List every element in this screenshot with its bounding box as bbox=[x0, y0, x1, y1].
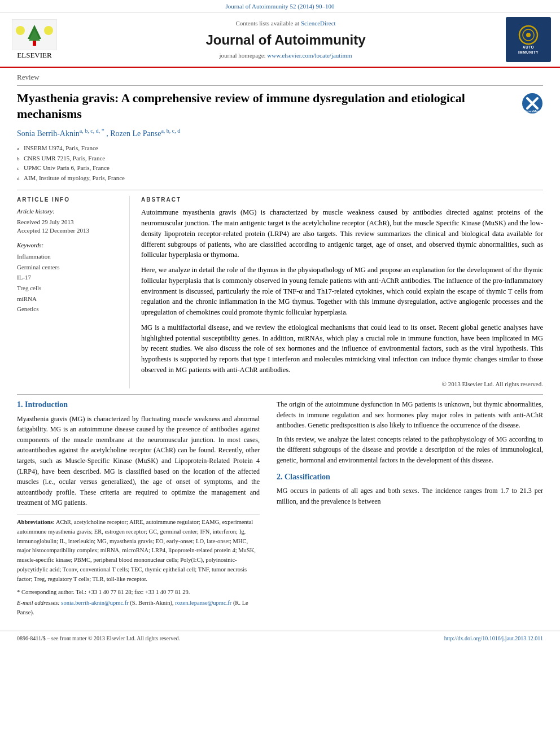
journal-center: Contents lists available at ScienceDirec… bbox=[65, 19, 506, 60]
keyword-genetics: Genetics bbox=[17, 304, 124, 314]
journal-logo-right: AUTO IMMUNITY bbox=[506, 17, 551, 62]
bottom-bar: 0896-8411/$ – see front matter © 2013 El… bbox=[0, 631, 560, 646]
body-right-col: The origin of the autoimmune dysfunction… bbox=[277, 399, 543, 619]
body-left-col: 1. Introduction Myasthenia gravis (MG) i… bbox=[17, 399, 265, 619]
svg-text:CrossMark: CrossMark bbox=[523, 110, 541, 113]
abstract-text: Autoimmune myasthenia gravis (MG) is cha… bbox=[141, 207, 543, 375]
intro-text: Myasthenia gravis (MG) is characterized … bbox=[17, 414, 260, 508]
keyword-il17: IL-17 bbox=[17, 272, 124, 283]
intro-heading: 1. Introduction bbox=[17, 399, 260, 410]
intro-right-text: The origin of the autoimmune dysfunction… bbox=[277, 399, 543, 466]
autoimmunity-logo-icon: AUTO IMMUNITY bbox=[508, 19, 549, 60]
abbreviations-block: Abbreviations: AChR, acetylcholine recep… bbox=[17, 518, 260, 584]
abstract-col: ABSTRACT Autoimmune myasthenia gravis (M… bbox=[141, 196, 543, 388]
keyword-mirna: miRNA bbox=[17, 294, 124, 304]
sciencedirect-line: Contents lists available at ScienceDirec… bbox=[65, 19, 506, 28]
body-section: 1. Introduction Myasthenia gravis (MG) i… bbox=[17, 394, 543, 619]
article-info-abstract: ARTICLE INFO Article history: Received 2… bbox=[17, 190, 543, 388]
journal-title: Journal of Autoimmunity bbox=[65, 30, 506, 50]
svg-text:AUTO: AUTO bbox=[523, 45, 534, 49]
classification-text: MG occurs in patients of all ages and bo… bbox=[277, 486, 543, 506]
corresponding-note: * Corresponding author. Tel.: +33 1 40 7… bbox=[17, 588, 260, 597]
received-date: Received 29 July 2013 bbox=[17, 218, 124, 226]
body-two-col: 1. Introduction Myasthenia gravis (MG) i… bbox=[17, 399, 543, 619]
authors-separator: , Rozen Le Panse bbox=[106, 129, 161, 137]
affiliation-c: cUPMC Univ Paris 6, Paris, France bbox=[17, 163, 543, 173]
keyword-inflammation: Inflammation bbox=[17, 251, 124, 262]
keywords-block: Keywords: Inflammation Germinal centers … bbox=[17, 241, 124, 315]
article-title-text: Myasthenia gravis: A comprehensive revie… bbox=[17, 90, 515, 123]
crossmark-icon: CrossMark bbox=[522, 93, 543, 114]
abstract-para-3: MG is a multifactorial disease, and we r… bbox=[141, 322, 543, 375]
journal-homepage-line: journal homepage: www.elsevier.com/locat… bbox=[65, 51, 506, 60]
article-history-block: Article history: Received 29 July 2013 A… bbox=[17, 207, 124, 235]
author1-name: Sonia Berrih-Aknin bbox=[17, 129, 80, 137]
sciencedirect-link[interactable]: ScienceDirect bbox=[301, 20, 336, 27]
elsevier-logo-icon bbox=[12, 19, 57, 50]
affiliation-d: dAIM, Institute of myology, Paris, Franc… bbox=[17, 173, 543, 184]
elsevier-brand-text: ELSEVIER bbox=[17, 50, 51, 60]
elsevier-logo-area: ELSEVIER bbox=[9, 19, 60, 60]
svg-point-5 bbox=[44, 26, 53, 35]
abstract-para-2: Here, we analyze in detail the role of t… bbox=[141, 265, 543, 318]
issn-text: 0896-8411/$ – see front matter © 2013 El… bbox=[17, 635, 180, 643]
svg-point-9 bbox=[526, 33, 531, 37]
article-type: Review bbox=[17, 68, 543, 85]
authors-line: Sonia Berrih-Aknina, b, c, d, * , Rozen … bbox=[17, 127, 543, 139]
abstract-copyright: © 2013 Elsevier Ltd. All rights reserved… bbox=[141, 380, 543, 388]
keyword-treg: Treg cells bbox=[17, 283, 124, 294]
svg-text:IMMUNITY: IMMUNITY bbox=[518, 50, 539, 54]
keywords-label: Keywords: bbox=[17, 241, 124, 250]
homepage-url[interactable]: www.elsevier.com/locate/jautimm bbox=[267, 52, 352, 59]
history-label: Article history: bbox=[17, 207, 124, 216]
author2-sup: a, b, c, d bbox=[161, 128, 180, 134]
doi-link[interactable]: http://dx.doi.org/10.1016/j.jaut.2013.12… bbox=[444, 635, 543, 643]
journal-citation-bar: Journal of Autoimmunity 52 (2014) 90–100 bbox=[0, 0, 560, 12]
affiliation-a: aINSERM U974, Paris, France bbox=[17, 143, 543, 154]
abbreviations-text: AChR, acetylcholine receptor; AIRE, auto… bbox=[17, 519, 256, 582]
abstract-label: ABSTRACT bbox=[141, 196, 543, 204]
svg-point-4 bbox=[16, 26, 25, 35]
article-info-label: ARTICLE INFO bbox=[17, 196, 124, 204]
accepted-date: Accepted 12 December 2013 bbox=[17, 226, 124, 235]
content-area: Review Myasthenia gravis: A comprehensiv… bbox=[0, 68, 560, 631]
abbrev-label: Abbreviations: bbox=[17, 519, 55, 525]
journal-citation: Journal of Autoimmunity 52 (2014) 90–100 bbox=[226, 3, 335, 10]
article-info-col: ARTICLE INFO Article history: Received 2… bbox=[17, 196, 130, 388]
abstract-para-1: Autoimmune myasthenia gravis (MG) is cha… bbox=[141, 207, 543, 260]
author1-sup: a, b, c, d, * bbox=[80, 128, 104, 134]
affiliations: aINSERM U974, Paris, France bCNRS UMR 72… bbox=[17, 143, 543, 183]
email-line: E-mail addresses: sonia.berrih-aknin@upm… bbox=[17, 599, 260, 618]
article-title-area: Myasthenia gravis: A comprehensive revie… bbox=[17, 90, 543, 123]
keyword-germinal: Germinal centers bbox=[17, 262, 124, 273]
classification-heading: 2. Classification bbox=[277, 471, 543, 483]
affiliation-b: bCNRS UMR 7215, Paris, France bbox=[17, 154, 543, 164]
footnote-area: Abbreviations: AChR, acetylcholine recep… bbox=[17, 514, 260, 618]
email1-link[interactable]: sonia.berrih-aknin@upmc.fr bbox=[61, 600, 128, 606]
email2-link[interactable]: rozen.lepanse@upmc.fr bbox=[175, 600, 231, 606]
journal-header: ELSEVIER Contents lists available at Sci… bbox=[0, 12, 560, 68]
